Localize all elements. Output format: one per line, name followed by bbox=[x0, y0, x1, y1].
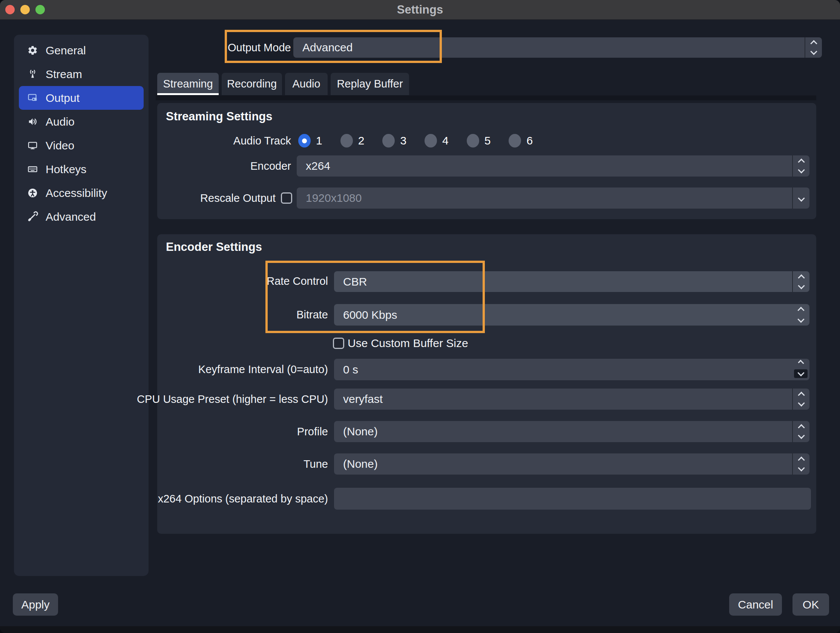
tab-recording[interactable]: Recording bbox=[222, 73, 282, 95]
sidebar-item-label: Accessibility bbox=[46, 187, 107, 199]
chevron-up-icon bbox=[797, 307, 804, 313]
chevron-up-icon bbox=[810, 40, 817, 47]
keyframe-interval-label: Keyframe Interval (0=auto) bbox=[198, 362, 328, 376]
profile-select[interactable]: (None) bbox=[334, 421, 810, 442]
chevron-down-icon bbox=[798, 399, 805, 406]
radio-icon[interactable] bbox=[467, 134, 479, 147]
radio-label: 2 bbox=[358, 134, 365, 147]
gear-icon bbox=[27, 45, 38, 56]
cpu-usage-preset-stepper[interactable] bbox=[792, 389, 810, 410]
chevron-down-icon bbox=[798, 464, 805, 471]
tab-label: Replay Buffer bbox=[337, 78, 403, 90]
sidebar-item-output[interactable]: Output bbox=[19, 86, 144, 110]
audio-track-radios: 1 2 3 4 5 6 bbox=[298, 134, 533, 147]
rescale-resolution-stepper[interactable] bbox=[792, 187, 810, 209]
rescale-resolution-select[interactable]: 1920x1080 bbox=[297, 187, 810, 209]
sidebar-item-audio[interactable]: Audio bbox=[19, 110, 144, 133]
audio-track-option[interactable]: 3 bbox=[382, 134, 406, 147]
output-icon bbox=[27, 92, 38, 103]
accessibility-icon bbox=[27, 187, 38, 198]
tab-streaming[interactable]: Streaming bbox=[157, 73, 219, 95]
audio-track-option[interactable]: 4 bbox=[425, 134, 448, 147]
output-mode-label: Output Mode bbox=[228, 41, 291, 54]
x264-options-input[interactable] bbox=[334, 488, 811, 510]
bitrate-stepper[interactable] bbox=[792, 304, 810, 326]
tune-stepper[interactable] bbox=[792, 453, 810, 475]
profile-label: Profile bbox=[297, 425, 328, 438]
chevron-down-icon bbox=[798, 432, 805, 439]
tune-select[interactable]: (None) bbox=[334, 453, 810, 475]
chevron-up-icon bbox=[798, 424, 805, 431]
speaker-icon bbox=[27, 116, 38, 127]
encoder-select[interactable]: x264 bbox=[297, 155, 810, 177]
tune-value: (None) bbox=[343, 457, 378, 470]
tune-label: Tune bbox=[303, 457, 328, 471]
output-mode-select[interactable]: Advanced bbox=[293, 37, 822, 58]
audio-track-option[interactable]: 6 bbox=[508, 134, 533, 147]
chevron-up-icon bbox=[798, 392, 805, 398]
output-mode-stepper[interactable] bbox=[805, 37, 822, 58]
keyframe-interval-spinbox[interactable]: 0 s bbox=[334, 359, 810, 380]
chevron-down-icon bbox=[797, 369, 804, 376]
rate-control-value: CBR bbox=[343, 275, 367, 288]
radio-icon[interactable] bbox=[425, 134, 437, 147]
sidebar-item-advanced[interactable]: Advanced bbox=[19, 205, 144, 229]
tab-pane-edge bbox=[156, 95, 816, 100]
radio-label: 6 bbox=[526, 134, 533, 147]
radio-icon[interactable] bbox=[508, 134, 521, 147]
streaming-settings-panel: Streaming Settings Audio Track 1 2 3 4 5… bbox=[157, 103, 816, 219]
rescale-output-checkbox[interactable] bbox=[281, 192, 292, 204]
window-title: Settings bbox=[0, 0, 840, 20]
settings-window: Settings General Stream Output bbox=[0, 0, 840, 633]
radio-selected-icon[interactable] bbox=[298, 134, 311, 147]
x264-options-label: x264 Options (separated by space) bbox=[158, 492, 328, 505]
audio-track-option[interactable]: 5 bbox=[467, 134, 491, 147]
tab-replay-buffer[interactable]: Replay Buffer bbox=[331, 73, 409, 95]
sidebar-item-general[interactable]: General bbox=[19, 38, 144, 62]
keyframe-interval-value: 0 s bbox=[343, 363, 358, 376]
sidebar-item-label: Hotkeys bbox=[46, 163, 86, 176]
cpu-usage-preset-value: veryfast bbox=[343, 393, 383, 405]
use-custom-buffer-size-checkbox[interactable] bbox=[333, 338, 344, 349]
radio-label: 1 bbox=[316, 134, 322, 147]
profile-stepper[interactable] bbox=[792, 421, 810, 442]
audio-track-label: Audio Track bbox=[234, 134, 291, 147]
cancel-button[interactable]: Cancel bbox=[729, 593, 782, 616]
chevron-down-icon bbox=[798, 166, 805, 173]
audio-track-option[interactable]: 2 bbox=[341, 134, 365, 147]
rate-control-label: Rate Control bbox=[267, 274, 328, 288]
radio-label: 3 bbox=[400, 134, 406, 147]
audio-track-option[interactable]: 1 bbox=[298, 134, 322, 147]
bitrate-value: 6000 Kbps bbox=[343, 309, 397, 321]
apply-button[interactable]: Apply bbox=[13, 593, 58, 616]
cpu-usage-preset-select[interactable]: veryfast bbox=[334, 389, 810, 410]
tab-audio[interactable]: Audio bbox=[285, 73, 328, 95]
ok-button-label: OK bbox=[803, 598, 819, 611]
radio-icon[interactable] bbox=[341, 134, 353, 147]
sidebar-item-hotkeys[interactable]: Hotkeys bbox=[19, 157, 144, 181]
rate-control-stepper[interactable] bbox=[792, 271, 810, 292]
sidebar-item-label: Output bbox=[46, 92, 79, 104]
sidebar-item-stream[interactable]: Stream bbox=[19, 62, 144, 86]
keyframe-interval-stepper[interactable] bbox=[792, 359, 810, 380]
bitrate-spinbox[interactable]: 6000 Kbps bbox=[334, 304, 810, 326]
cancel-button-label: Cancel bbox=[738, 598, 773, 611]
sidebar-item-label: Advanced bbox=[46, 210, 96, 223]
chevron-down-icon bbox=[810, 48, 817, 55]
sidebar-item-accessibility[interactable]: Accessibility bbox=[19, 181, 144, 205]
sidebar-item-label: Audio bbox=[46, 116, 75, 128]
sidebar-item-label: Video bbox=[46, 139, 74, 152]
radio-label: 5 bbox=[485, 134, 491, 147]
ok-button[interactable]: OK bbox=[793, 593, 829, 616]
rate-control-select[interactable]: CBR bbox=[334, 271, 810, 292]
chevron-down-icon bbox=[797, 316, 804, 323]
titlebar: Settings bbox=[0, 0, 840, 20]
encoder-stepper[interactable] bbox=[792, 155, 810, 177]
use-custom-buffer-size-label: Use Custom Buffer Size bbox=[347, 337, 468, 350]
chevron-down-icon bbox=[798, 282, 805, 289]
spin-down-button[interactable] bbox=[794, 369, 808, 378]
radio-icon[interactable] bbox=[382, 134, 395, 147]
rescale-output-label: Rescale Output bbox=[200, 191, 276, 205]
sidebar-item-video[interactable]: Video bbox=[19, 133, 144, 157]
tab-label: Recording bbox=[227, 78, 277, 90]
